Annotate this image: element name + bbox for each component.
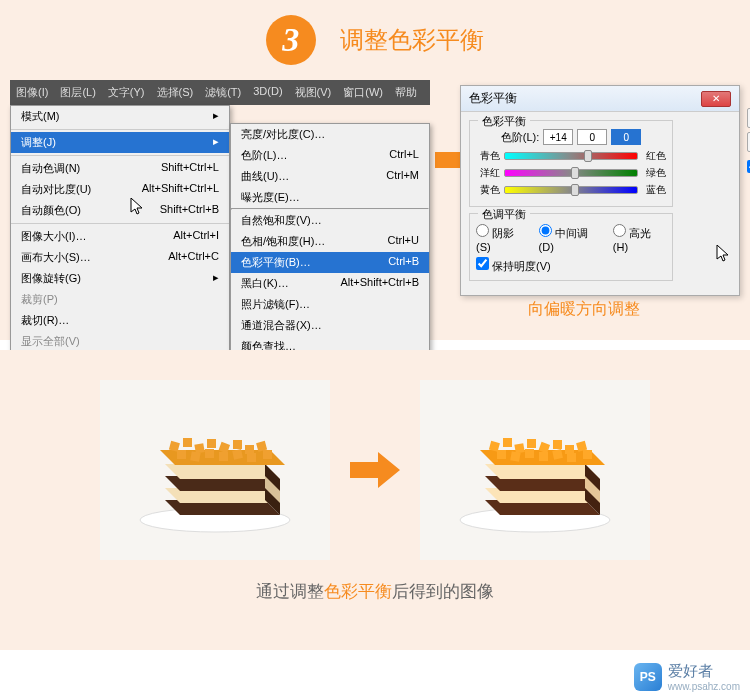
levels-label: 色阶(L): [501,130,540,145]
menu-3d[interactable]: 3D(D) [247,83,288,102]
svg-rect-41 [510,451,520,461]
auto-color[interactable]: 自动颜色(O)Shift+Ctrl+B [11,200,229,221]
adjust-submenu: 亮度/对比度(C)… 色阶(L)…Ctrl+L 曲线(U)…Ctrl+M 曝光度… [230,123,430,358]
slider-yb[interactable] [504,186,638,194]
image-submenu: 模式(M)▸ 调整(J)▸ 自动色调(N)Shift+Ctrl+L 自动对比度(… [10,105,230,358]
close-icon[interactable]: ✕ [701,91,731,107]
svg-rect-22 [247,453,256,462]
watermark-text: 爱好者 [668,662,740,681]
slider-mg[interactable] [504,169,638,177]
svg-rect-11 [194,443,204,453]
image-rotate[interactable]: 图像旋转(G)▸ [11,268,229,289]
ps-logo-icon: PS [634,663,662,691]
vibrance[interactable]: 自然饱和度(V)… [231,210,429,231]
menu-image[interactable]: 图像(I) [10,83,54,102]
red-label: 红色 [642,149,666,163]
svg-rect-40 [497,450,506,459]
step-badge: 3 [266,15,316,65]
magenta-label: 洋红 [476,166,500,180]
reveal-all: 显示全部(V) [11,331,229,352]
crop: 裁剪(P) [11,289,229,310]
menubar: 图像(I) 图层(L) 文字(Y) 选择(S) 滤镜(T) 3D(D) 视图(V… [10,80,430,105]
svg-rect-14 [233,440,242,449]
shadows-radio[interactable]: 阴影(S) [476,224,529,253]
level-3[interactable] [611,129,641,145]
watermark-url: www.psahz.com [668,681,740,692]
midtones-radio[interactable]: 中间调(D) [539,224,603,253]
result-caption: 通过调整色彩平衡后得到的图像 [0,580,750,603]
exposure[interactable]: 曝光度(E)… [231,187,429,208]
svg-rect-15 [245,445,254,454]
svg-rect-20 [219,452,228,461]
svg-marker-28 [485,464,600,479]
svg-rect-38 [565,445,574,454]
svg-marker-4 [165,464,280,479]
menu-view[interactable]: 视图(V) [289,83,338,102]
svg-rect-34 [514,443,524,453]
mode-item[interactable]: 模式(M)▸ [11,106,229,127]
yellow-label: 黄色 [476,183,500,197]
step-title: 调整色彩平衡 [340,24,484,56]
color-balance[interactable]: 色彩平衡(B)…Ctrl+B [231,252,429,273]
svg-rect-12 [207,439,216,448]
color-balance-dialog: 色彩平衡 ✕ 色彩平衡 色阶(L): 青色红色 洋红绿色 黄色蓝色 色调平衡 阴… [460,85,740,296]
menu-select[interactable]: 选择(S) [151,83,200,102]
menu-layer[interactable]: 图层(L) [54,83,101,102]
hue-saturation[interactable]: 色相/饱和度(H)…Ctrl+U [231,231,429,252]
menu-filter[interactable]: 滤镜(T) [199,83,247,102]
svg-rect-21 [232,449,243,460]
tone-legend: 色调平衡 [478,207,530,222]
svg-rect-19 [205,449,214,458]
svg-rect-18 [190,451,200,461]
svg-rect-33 [503,438,512,447]
green-label: 绿色 [642,166,666,180]
cake-before [100,380,330,560]
menu-window[interactable]: 窗口(W) [337,83,389,102]
brightness-contrast[interactable]: 亮度/对比度(C)… [231,124,429,145]
menu-help[interactable]: 帮助 [389,83,423,102]
menu-text[interactable]: 文字(Y) [102,83,151,102]
channel-mixer[interactable]: 通道混合器(X)… [231,315,429,336]
svg-rect-43 [539,452,548,461]
preserve-luminosity[interactable]: 保持明度(V) [476,260,551,272]
curves[interactable]: 曲线(U)…Ctrl+M [231,166,429,187]
svg-rect-10 [183,438,192,447]
black-white[interactable]: 黑白(K)…Alt+Shift+Ctrl+B [231,273,429,294]
highlights-radio[interactable]: 高光(H) [613,224,666,253]
adjust-item[interactable]: 调整(J)▸ [11,132,229,153]
canvas-size[interactable]: 画布大小(S)…Alt+Ctrl+C [11,247,229,268]
blue-label: 蓝色 [642,183,666,197]
photo-filter[interactable]: 照片滤镜(F)… [231,294,429,315]
level-1[interactable] [543,129,573,145]
trim[interactable]: 裁切(R)… [11,310,229,331]
svg-rect-46 [583,450,592,459]
svg-rect-44 [552,449,563,460]
slider-cr[interactable] [504,152,638,160]
svg-rect-23 [263,450,272,459]
levels[interactable]: 色阶(L)…Ctrl+L [231,145,429,166]
auto-tone[interactable]: 自动色调(N)Shift+Ctrl+L [11,158,229,179]
svg-rect-17 [177,450,186,459]
color-balance-legend: 色彩平衡 [478,114,530,129]
dialog-title-text: 色彩平衡 [469,90,517,107]
svg-rect-45 [567,453,576,462]
cake-after [420,380,650,560]
level-2[interactable] [577,129,607,145]
arrow-icon-2 [350,450,400,490]
auto-contrast[interactable]: 自动对比度(U)Alt+Shift+Ctrl+L [11,179,229,200]
image-size[interactable]: 图像大小(I)…Alt+Ctrl+I [11,226,229,247]
cyan-label: 青色 [476,149,500,163]
svg-rect-42 [525,449,534,458]
svg-rect-35 [527,439,536,448]
watermark: PS 爱好者 www.psahz.com [634,662,740,692]
svg-rect-37 [553,440,562,449]
caption-warm: 向偏暖方向调整 [528,299,640,320]
